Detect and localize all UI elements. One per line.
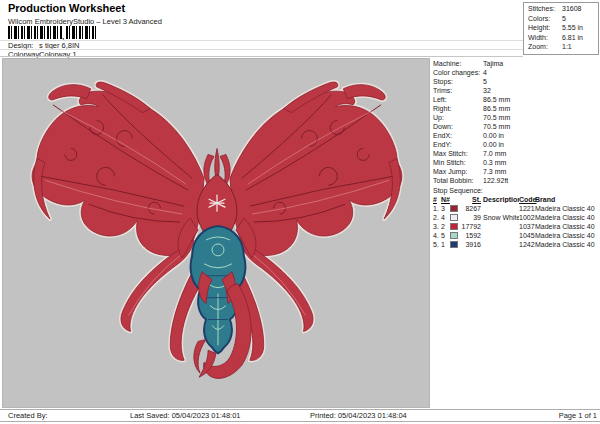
stitches-label: Stitches: bbox=[528, 5, 562, 12]
row-n: 4 bbox=[441, 214, 450, 221]
left-label: Left: bbox=[433, 96, 483, 103]
total-bobbin-label: Total Bobbin: bbox=[433, 177, 483, 184]
row-code: 1045 bbox=[519, 232, 535, 239]
detail-row: Left:86.5 mm bbox=[433, 96, 599, 105]
detail-row: Stops:5 bbox=[433, 78, 599, 87]
row-stitches: 3916 bbox=[458, 241, 481, 248]
stop-sequence-header: # N# St. Description Code Brand bbox=[433, 196, 599, 205]
detail-row: Machine:Tajima bbox=[433, 60, 599, 69]
thread-color-swatch bbox=[450, 232, 458, 239]
table-row: 1. 3 8267 1221 Madeira Classic 40 bbox=[433, 205, 599, 214]
design-canvas bbox=[2, 58, 430, 408]
left-value: 86.5 mm bbox=[483, 96, 510, 103]
row-num: 4. bbox=[433, 232, 441, 239]
summary-row: Width:6.81 in bbox=[528, 34, 598, 44]
machine-label: Machine: bbox=[433, 60, 483, 67]
width-label: Width: bbox=[528, 34, 562, 41]
detail-row: Right:86.5 mm bbox=[433, 105, 599, 114]
max-jump-label: Max Jump: bbox=[433, 168, 483, 175]
row-n: 2 bbox=[441, 223, 450, 230]
up-label: Up: bbox=[433, 114, 483, 121]
width-value: 6.81 in bbox=[562, 34, 583, 41]
right-label: Right: bbox=[433, 105, 483, 112]
thread-color-swatch bbox=[450, 223, 458, 230]
min-stitch-value: 0.3 mm bbox=[483, 159, 506, 166]
max-stitch-label: Max Stitch: bbox=[433, 150, 483, 157]
barcode-separator: , bbox=[62, 34, 64, 39]
row-code: 1221 bbox=[519, 205, 535, 212]
zoom-value: 1:1 bbox=[562, 43, 572, 50]
row-num: 5. bbox=[433, 241, 441, 248]
row-n: 5 bbox=[441, 232, 450, 239]
row-brand: Madeira Classic 40 bbox=[535, 241, 599, 248]
summary-row: Stitches:31608 bbox=[528, 5, 598, 15]
thread-color-swatch bbox=[450, 214, 458, 221]
row-stitches: 39 bbox=[458, 214, 481, 221]
colors-value: 5 bbox=[562, 15, 566, 22]
barcode-bars-left bbox=[8, 26, 62, 39]
table-row: 4. 5 1592 1045 Madeira Classic 40 bbox=[433, 232, 599, 241]
footer-divider-top bbox=[0, 409, 600, 410]
height-label: Height: bbox=[528, 24, 562, 31]
machine-value: Tajima bbox=[483, 60, 503, 67]
page-title: Production Worksheet bbox=[8, 2, 125, 14]
table-row: 5. 1 3916 1242 Madeira Classic 40 bbox=[433, 241, 599, 250]
col-brand: Brand bbox=[535, 196, 599, 203]
barcode-bars-right bbox=[66, 26, 96, 39]
summary-row: Height:5.55 in bbox=[528, 24, 598, 34]
max-stitch-value: 7.0 mm bbox=[483, 150, 506, 157]
barcode-image: , bbox=[8, 26, 96, 39]
row-num: 2. bbox=[433, 214, 441, 221]
height-value: 5.55 in bbox=[562, 24, 583, 31]
machine-details-panel: Machine:Tajima Color changes:4 Stops:5 T… bbox=[433, 60, 599, 250]
header-divider-2 bbox=[0, 49, 523, 50]
up-value: 70.5 mm bbox=[483, 114, 510, 121]
trims-label: Trims: bbox=[433, 87, 483, 94]
detail-row: Max Stitch:7.0 mm bbox=[433, 150, 599, 159]
max-jump-value: 7.3 mm bbox=[483, 168, 506, 175]
row-n: 1 bbox=[441, 241, 450, 248]
summary-row: Colors:5 bbox=[528, 15, 598, 25]
row-stitches: 1592 bbox=[458, 232, 481, 239]
endy-label: EndY: bbox=[433, 141, 483, 148]
summary-row: Zoom:1:1 bbox=[528, 43, 598, 53]
row-brand: Madeira Classic 40 bbox=[535, 205, 599, 212]
production-worksheet-page: Production Worksheet Wilcom EmbroiderySt… bbox=[0, 0, 600, 424]
row-brand: Madeira Classic 40 bbox=[535, 232, 599, 239]
created-by-label: Created By: bbox=[8, 411, 48, 420]
detail-row: Up:70.5 mm bbox=[433, 114, 599, 123]
detail-row: Color changes:4 bbox=[433, 69, 599, 78]
printed-label: Printed: 05/04/2023 01:48:04 bbox=[310, 411, 407, 420]
row-num: 3. bbox=[433, 223, 441, 230]
col-n: N# bbox=[441, 196, 450, 203]
last-saved-label: Last Saved: 05/04/2023 01:48:01 bbox=[130, 411, 241, 420]
stop-sequence-title: Stop Sequence: bbox=[433, 187, 599, 196]
detail-row: Total Bobbin:122.92ft bbox=[433, 177, 599, 186]
header-divider-3 bbox=[0, 56, 523, 57]
right-value: 86.5 mm bbox=[483, 105, 510, 112]
table-row: 3. 2 17792 1037 Madeira Classic 40 bbox=[433, 223, 599, 232]
detail-row: EndX:0.00 in bbox=[433, 132, 599, 141]
thread-color-swatch bbox=[450, 205, 458, 212]
total-bobbin-value: 122.92ft bbox=[483, 177, 508, 184]
trims-value: 32 bbox=[483, 87, 491, 94]
app-subtitle: Wilcom EmbroideryStudio – Level 3 Advanc… bbox=[8, 17, 162, 26]
col-st: St. bbox=[458, 196, 481, 203]
endy-value: 0.00 in bbox=[483, 141, 504, 148]
stops-label: Stops: bbox=[433, 78, 483, 85]
row-brand: Madeira Classic 40 bbox=[535, 223, 599, 230]
row-stitches: 8267 bbox=[458, 205, 481, 212]
detail-row: Down:70.5 mm bbox=[433, 123, 599, 132]
row-num: 1. bbox=[433, 205, 441, 212]
detail-row: Max Jump:7.3 mm bbox=[433, 168, 599, 177]
min-stitch-label: Min Stitch: bbox=[433, 159, 483, 166]
design-summary-box: Stitches:31608 Colors:5 Height:5.55 in W… bbox=[523, 2, 599, 55]
row-brand: Madeira Classic 40 bbox=[535, 214, 599, 221]
endx-label: EndX: bbox=[433, 132, 483, 139]
row-code: 1037 bbox=[519, 223, 535, 230]
row-description: Snow White bbox=[481, 214, 519, 221]
detail-row: Trims:32 bbox=[433, 87, 599, 96]
col-description: Description bbox=[481, 196, 519, 203]
endx-value: 0.00 in bbox=[483, 132, 504, 139]
thread-color-swatch bbox=[450, 241, 458, 248]
